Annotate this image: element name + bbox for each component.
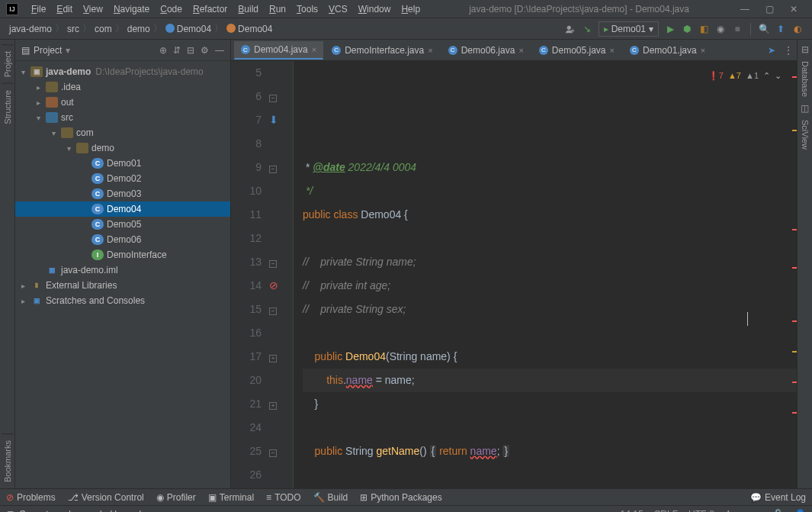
tree-folder-src[interactable]: ▾src xyxy=(15,110,230,125)
tree-class-demo03[interactable]: CDemo03 xyxy=(15,186,230,201)
fold-marker[interactable] xyxy=(269,321,293,345)
tree-folder-demo[interactable]: ▾demo xyxy=(15,140,230,156)
fold-marker[interactable]: − xyxy=(269,250,293,274)
menu-edit[interactable]: Edit xyxy=(51,4,78,14)
menu-window[interactable]: Window xyxy=(353,4,396,14)
weak-warning-badge[interactable]: ▲1 xyxy=(746,64,759,88)
tree-class-demo01[interactable]: CDemo01 xyxy=(15,156,230,171)
breadcrumb-item[interactable]: com xyxy=(91,24,115,34)
fold-gutter[interactable]: −⬇−−⊘−++− xyxy=(269,61,294,488)
fold-marker[interactable]: ⊘ xyxy=(269,274,293,298)
breadcrumb-item[interactable]: src xyxy=(64,24,82,34)
fold-marker[interactable]: − xyxy=(269,440,293,463)
tree-folder-com[interactable]: ▾com xyxy=(15,125,230,140)
menu-build[interactable]: Build xyxy=(233,4,264,14)
fold-marker[interactable] xyxy=(269,416,293,440)
editor-tab[interactable]: CDemo06.java× xyxy=(441,41,531,60)
code-line[interactable]: * @date 2022/4/4 0004 xyxy=(303,156,797,179)
tree-file-iml[interactable]: ▦java-demo.iml xyxy=(15,262,230,278)
menu-file[interactable]: File xyxy=(26,4,51,14)
menu-run[interactable]: Run xyxy=(264,4,291,14)
gear-icon[interactable]: ⚙ xyxy=(201,45,209,56)
search-everywhere-icon[interactable]: 🔍 xyxy=(756,21,772,37)
status-tool-window-icon[interactable]: ▢ xyxy=(6,509,14,513)
breadcrumb-item[interactable]: demo xyxy=(124,24,153,34)
close-tab-icon[interactable]: × xyxy=(701,46,705,55)
code-line[interactable]: public void setName(String name) { this.… xyxy=(303,487,797,488)
warning-badge[interactable]: ▲7 xyxy=(728,64,741,88)
fold-marker[interactable] xyxy=(269,463,293,487)
inspection-badges[interactable]: ❗7 ▲7 ▲1 ⌃ ⌄ xyxy=(708,64,782,88)
code-editor[interactable]: 5678910111213141516172021242526 −⬇−−⊘−++… xyxy=(231,61,797,488)
menu-help[interactable]: Help xyxy=(396,4,425,14)
editor-tab[interactable]: CDemo01.java× xyxy=(623,41,712,60)
tree-folder-out[interactable]: ▸out xyxy=(15,95,230,110)
error-badge[interactable]: ❗7 xyxy=(708,64,724,88)
coverage-button[interactable]: ◧ xyxy=(695,21,712,37)
tree-class-demo04[interactable]: CDemo04 xyxy=(15,201,230,217)
status-caret-pos[interactable]: 14:15 xyxy=(621,509,644,513)
tool-tab-database[interactable]: Database xyxy=(799,55,811,103)
code-line[interactable]: public String getName() { return name; } xyxy=(303,440,797,463)
code-line[interactable] xyxy=(303,463,797,487)
code-line[interactable]: */ xyxy=(303,179,797,203)
event-log-tool[interactable]: 💬Event Log xyxy=(750,492,806,503)
hide-panel-icon[interactable]: ― xyxy=(215,45,224,56)
minimize-button[interactable]: ― xyxy=(733,4,757,14)
menu-tools[interactable]: Tools xyxy=(291,4,323,14)
project-view-label[interactable]: Project xyxy=(34,45,62,56)
fold-marker[interactable]: ⬇ xyxy=(269,108,293,132)
fold-marker[interactable] xyxy=(269,132,293,156)
fold-marker[interactable] xyxy=(269,369,293,392)
breadcrumb-item[interactable]: Demo04 xyxy=(162,24,214,34)
fold-marker[interactable]: − xyxy=(269,85,293,108)
editor-tab[interactable]: CDemo04.java× xyxy=(234,41,323,60)
menu-view[interactable]: View xyxy=(78,4,108,14)
code-content[interactable]: ❗7 ▲7 ▲1 ⌃ ⌄ * @date 2022/4/4 0004 */pub… xyxy=(294,61,797,488)
code-line[interactable]: public class Demo04 { xyxy=(303,203,797,227)
menu-refactor[interactable]: Refactor xyxy=(188,4,233,14)
expand-all-icon[interactable]: ⇵ xyxy=(173,45,181,56)
maximize-button[interactable]: ▢ xyxy=(757,4,782,14)
code-line[interactable]: this.name = name; xyxy=(303,369,797,392)
code-line[interactable]: // private String sex; xyxy=(303,298,797,321)
status-line-sep[interactable]: CRLF xyxy=(654,509,678,513)
close-tab-icon[interactable]: × xyxy=(518,46,523,55)
code-line[interactable] xyxy=(303,321,797,345)
tool-tab-project[interactable]: Project xyxy=(2,44,14,83)
tree-root[interactable]: ▾▣ java-demo D:\IdeaProjects\java-demo xyxy=(15,64,230,79)
status-encoding[interactable]: UTF-8 xyxy=(688,509,714,513)
sciview-tool-icon[interactable]: ◫ xyxy=(801,103,809,114)
ide-settings-icon[interactable]: ◐ xyxy=(789,21,806,37)
todo-tool[interactable]: ≡TODO xyxy=(266,492,300,503)
code-line[interactable]: // private String name; xyxy=(303,250,797,274)
fold-marker[interactable]: + xyxy=(269,392,293,416)
fold-marker[interactable] xyxy=(269,61,293,85)
tab-ellipsis-button[interactable]: ➤ xyxy=(763,42,780,59)
close-button[interactable]: ✕ xyxy=(782,4,806,14)
code-line[interactable]: } xyxy=(303,392,797,416)
update-button[interactable]: ⬆ xyxy=(772,21,789,37)
tree-class-demo02[interactable]: CDemo02 xyxy=(15,171,230,186)
code-line[interactable]: // private int age; xyxy=(303,274,797,298)
inspection-down-icon[interactable]: ⌄ xyxy=(775,64,782,88)
code-line[interactable] xyxy=(303,416,797,440)
tool-tab-structure[interactable]: Structure xyxy=(2,83,14,130)
add-user-icon[interactable] xyxy=(562,21,579,37)
fold-marker[interactable] xyxy=(269,227,293,250)
tree-external-libs[interactable]: ▸⫴External Libraries xyxy=(15,278,230,293)
tree-interface[interactable]: IDemoInterface xyxy=(15,247,230,262)
run-button[interactable]: ▶ xyxy=(662,21,679,37)
editor-tab[interactable]: CDemoInterface.java× xyxy=(325,41,440,60)
menu-code[interactable]: Code xyxy=(155,4,188,14)
status-indent[interactable]: 4 spaces xyxy=(725,509,762,513)
debug-button[interactable]: ⬢ xyxy=(679,21,695,37)
tool-tab-bookmarks[interactable]: Bookmarks xyxy=(2,433,14,488)
tree-class-demo05[interactable]: CDemo05 xyxy=(15,217,230,232)
stop-button[interactable]: ■ xyxy=(729,21,746,37)
version-control-tool[interactable]: ⎇Version Control xyxy=(68,492,144,503)
chevron-down-icon[interactable]: ▾ xyxy=(66,45,70,56)
menu-navigate[interactable]: Navigate xyxy=(108,4,155,14)
close-tab-icon[interactable]: × xyxy=(428,46,432,55)
fold-marker[interactable]: − xyxy=(269,298,293,321)
